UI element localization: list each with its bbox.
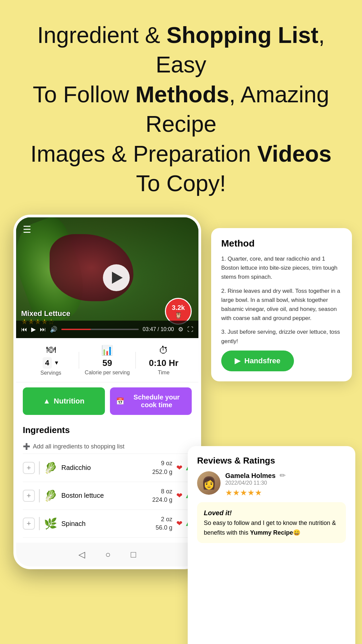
spinach-name: Spinach bbox=[61, 520, 152, 528]
method-card: Method 1. Quarter, core, and tear radicc… bbox=[211, 228, 352, 381]
reviewer-name: Gamela Holmes bbox=[225, 472, 276, 480]
fullscreen-button[interactable]: ⛶ bbox=[187, 326, 193, 333]
methods-text: Methods bbox=[135, 82, 229, 107]
reviewer-stars: ★★★★★ bbox=[225, 488, 346, 497]
recents-button[interactable]: □ bbox=[131, 549, 136, 560]
add-spinach-button[interactable]: + bbox=[23, 518, 35, 530]
time-info: ⏱ 0:10 Hr Time bbox=[136, 345, 192, 376]
nutrition-button[interactable]: ▲ Nutrition bbox=[23, 387, 105, 415]
boston-amount: 8 oz 224.0 g bbox=[152, 487, 172, 504]
view-count: 3.2k bbox=[172, 304, 185, 312]
ingredient-divider bbox=[39, 517, 40, 530]
add-boston-button[interactable]: + bbox=[23, 490, 35, 502]
volume-button[interactable]: 🔊 bbox=[50, 326, 57, 333]
video-time: 03:47 / 10:00 bbox=[143, 326, 174, 332]
radicchio-name: Radicchio bbox=[61, 464, 148, 472]
boston-emoji: 🥬 bbox=[44, 489, 57, 502]
radicchio-amount: 9 oz 252.0 g bbox=[152, 459, 172, 476]
play-pause-button[interactable]: ▶ bbox=[31, 326, 36, 333]
back-button[interactable]: ◁ bbox=[78, 549, 85, 560]
method-step-1: 1. Quarter, core, and tear radicchio and… bbox=[221, 254, 342, 282]
add-all-label: Add all ingredients to shopping list bbox=[33, 443, 124, 450]
handsfree-play-icon: ▶ bbox=[235, 357, 240, 365]
calorie-label: Calorie per serving bbox=[85, 370, 130, 376]
settings-icon[interactable]: ⚙ bbox=[178, 326, 183, 333]
menu-icon[interactable]: ☰ bbox=[23, 224, 31, 235]
recipe-info-bar: 🍽 4 ▼ Servings 📊 59 Calorie per serving … bbox=[16, 338, 198, 382]
time-label: Time bbox=[158, 370, 170, 376]
heart-icon-2[interactable]: ❤ bbox=[176, 491, 182, 500]
video-controls: ⏮ ▶ ⏭ 🔊 03:47 / 10:00 ⚙ ⛶ bbox=[16, 321, 198, 338]
nutrition-label: Nutrition bbox=[54, 397, 84, 406]
header-section: Ingredient & Shopping List, Easy To Foll… bbox=[0, 0, 362, 208]
add-icon: ➕ bbox=[23, 443, 30, 450]
header-title: Ingredient & Shopping List, Easy To Foll… bbox=[20, 20, 342, 198]
spinach-emoji: 🌿 bbox=[44, 517, 57, 530]
reviews-title: Reviews & Ratings bbox=[197, 455, 346, 466]
ingredient-row-1: + 🥬 Boston lettuce 8 oz 224.0 g ❤ ▲ bbox=[23, 482, 192, 510]
recipe-highlight: Yummy Recipe bbox=[250, 529, 293, 536]
reviewer-date: 2022/04/20 11:30 bbox=[225, 480, 346, 486]
ingredients-section: Ingredients ➕ Add all ingredients to sho… bbox=[16, 420, 198, 543]
ingredient-divider bbox=[39, 489, 40, 502]
schedule-icon: 📅 bbox=[116, 397, 124, 405]
progress-fill bbox=[61, 329, 91, 330]
calorie-info: 📊 59 Calorie per serving bbox=[79, 345, 135, 376]
review-text: Loved it! So easy to follow and I get to… bbox=[197, 502, 346, 543]
shopping-list-text: Shopping List bbox=[167, 22, 318, 48]
dropdown-arrow[interactable]: ▼ bbox=[54, 360, 59, 366]
reviewer-info: Gamela Holmes ✏ 2022/04/20 11:30 ★★★★★ bbox=[225, 471, 346, 497]
method-title: Method bbox=[221, 238, 342, 249]
schedule-label: Schedule your cook time bbox=[128, 393, 186, 409]
ingredient-text: Ingredient bbox=[37, 22, 138, 48]
videos-text: Videos bbox=[257, 141, 331, 166]
video-title: Mixed Lettuce bbox=[21, 309, 70, 318]
reviewer-row: 👩 Gamela Holmes ✏ 2022/04/20 11:30 ★★★★★ bbox=[197, 471, 346, 497]
schedule-button[interactable]: 📅 Schedule your cook time bbox=[110, 387, 192, 415]
heart-icon[interactable]: ❤ bbox=[176, 464, 182, 472]
add-all-row[interactable]: ➕ Add all ingredients to shopping list bbox=[23, 439, 192, 454]
home-button[interactable]: ○ bbox=[105, 549, 111, 560]
handsfree-label: Handsfree bbox=[244, 357, 281, 365]
reviewer-avatar: 👩 bbox=[197, 471, 221, 495]
review-intro: Loved it! bbox=[204, 509, 232, 517]
owl-icon: 🦉 bbox=[175, 312, 182, 319]
time-value: 0:10 Hr bbox=[149, 358, 178, 368]
boston-name: Boston lettuce bbox=[61, 492, 148, 499]
play-button[interactable] bbox=[103, 264, 130, 291]
play-triangle bbox=[112, 272, 123, 284]
time-icon: ⏱ bbox=[159, 345, 168, 356]
servings-icon: 🍽 bbox=[46, 344, 56, 355]
ingredient-row-2: + 🌿 Spinach 2 oz 56.0 g ❤ ▲ bbox=[23, 510, 192, 538]
nutrition-icon: ▲ bbox=[43, 397, 51, 406]
add-radicchio-button[interactable]: + bbox=[23, 462, 35, 474]
heart-icon-3[interactable]: ❤ bbox=[176, 519, 182, 528]
spinach-amount: 2 oz 56.0 g bbox=[156, 515, 172, 532]
nav-bar: ◁ ○ □ bbox=[16, 543, 198, 567]
phone-mockup: ☰ 3.2k 🦉 Mixed Lettuce ★★★★☆ ⏮ ▶ bbox=[13, 215, 201, 569]
reviews-card: Reviews & Ratings 👩 Gamela Holmes ✏ 2022… bbox=[188, 446, 355, 644]
video-container[interactable]: ☰ 3.2k 🦉 Mixed Lettuce ★★★★☆ ⏮ ▶ bbox=[16, 217, 198, 338]
method-step-3: 3. Just before serving, drizzle over let… bbox=[221, 327, 342, 345]
ingredient-divider bbox=[39, 461, 40, 475]
skip-back-button[interactable]: ⏮ bbox=[21, 326, 27, 333]
calorie-icon: 📊 bbox=[101, 345, 113, 356]
servings-value[interactable]: 4 bbox=[43, 357, 52, 369]
ingredients-title: Ingredients bbox=[23, 425, 192, 435]
progress-bar[interactable] bbox=[61, 329, 139, 330]
servings-label: Servings bbox=[41, 370, 61, 376]
action-buttons: ▲ Nutrition 📅 Schedule your cook time bbox=[16, 382, 198, 420]
skip-forward-button[interactable]: ⏭ bbox=[40, 326, 46, 333]
handsfree-button[interactable]: ▶ Handsfree bbox=[221, 351, 294, 371]
calorie-value: 59 bbox=[103, 358, 112, 368]
ingredient-row-0: + 🥬 Radicchio 9 oz 252.0 g ❤ ▲ bbox=[23, 454, 192, 482]
method-step-2: 2. Rinse leaves and dry well. Toss toget… bbox=[221, 286, 342, 323]
edit-icon[interactable]: ✏ bbox=[280, 471, 286, 480]
servings-info: 🍽 4 ▼ Servings bbox=[23, 344, 79, 376]
radicchio-emoji: 🥬 bbox=[44, 462, 57, 474]
